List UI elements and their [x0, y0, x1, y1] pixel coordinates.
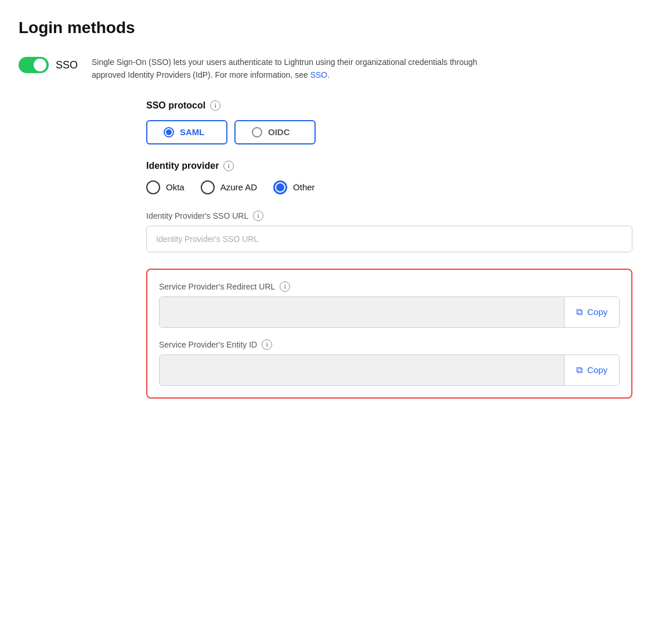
entity-id-field-wrapper: ⧉ Copy: [159, 354, 620, 386]
sso-toggle-label: SSO: [56, 59, 78, 71]
entity-id-copy-label: Copy: [587, 365, 607, 375]
redirect-url-section: Service Provider's Redirect URL i ⧉ Copy: [159, 281, 620, 328]
entity-id-info-icon[interactable]: i: [262, 339, 272, 350]
copy-icon-redirect: ⧉: [576, 307, 583, 317]
redirect-url-copy-label: Copy: [587, 307, 607, 317]
redirect-url-field-wrapper: ⧉ Copy: [159, 296, 620, 328]
protocol-buttons: SAML OIDC: [146, 120, 632, 144]
azure-ad-label: Azure AD: [220, 182, 257, 192]
sso-toggle[interactable]: [19, 57, 49, 73]
sso-protocol-section: SSO protocol i SAML OIDC: [146, 100, 632, 144]
identity-provider-section: Identity provider i Okta Azure AD Other: [146, 161, 632, 194]
identity-provider-info-icon[interactable]: i: [223, 161, 234, 171]
provider-options: Okta Azure AD Other: [146, 180, 632, 194]
protocol-label: SSO protocol i: [146, 100, 632, 111]
redirect-url-value: [160, 297, 564, 327]
redirect-url-info-icon[interactable]: i: [280, 281, 290, 292]
sso-description-text: Single Sign-On (SSO) lets your users aut…: [92, 57, 478, 79]
entity-id-value: [160, 355, 564, 385]
protocol-info-icon[interactable]: i: [210, 100, 220, 111]
sso-link[interactable]: SSO: [310, 70, 328, 79]
service-provider-box: Service Provider's Redirect URL i ⧉ Copy…: [146, 269, 632, 399]
azure-ad-option[interactable]: Azure AD: [201, 180, 257, 194]
other-radio: [273, 180, 287, 194]
okta-option[interactable]: Okta: [146, 180, 185, 194]
identity-provider-label: Identity provider i: [146, 161, 632, 171]
oidc-button[interactable]: OIDC: [234, 120, 316, 144]
other-option[interactable]: Other: [273, 180, 315, 194]
sso-url-section: Identity Provider's SSO URL i: [146, 211, 632, 252]
saml-button[interactable]: SAML: [146, 120, 227, 144]
okta-label: Okta: [166, 182, 185, 192]
saml-label: SAML: [180, 127, 205, 137]
sso-description: Single Sign-On (SSO) lets your users aut…: [92, 56, 486, 82]
page-title: Login methods: [19, 19, 632, 37]
entity-id-section: Service Provider's Entity ID i ⧉ Copy: [159, 339, 620, 386]
entity-id-label: Service Provider's Entity ID i: [159, 339, 620, 350]
redirect-url-copy-button[interactable]: ⧉ Copy: [565, 297, 619, 327]
protocol-label-text: SSO protocol: [146, 100, 205, 111]
redirect-url-label-text: Service Provider's Redirect URL: [159, 282, 275, 291]
oidc-label: OIDC: [268, 127, 290, 137]
identity-provider-label-text: Identity provider: [146, 161, 219, 171]
sso-settings: SSO protocol i SAML OIDC Identity provid…: [146, 100, 632, 399]
copy-icon-entity: ⧉: [576, 365, 583, 375]
entity-id-label-text: Service Provider's Entity ID: [159, 340, 257, 349]
sso-section: SSO Single Sign-On (SSO) lets your users…: [19, 56, 632, 82]
sso-toggle-container: SSO: [19, 56, 78, 73]
sso-url-label: Identity Provider's SSO URL i: [146, 211, 632, 221]
oidc-radio: [252, 127, 262, 138]
other-label: Other: [293, 182, 315, 192]
toggle-knob: [34, 59, 46, 71]
sso-url-input[interactable]: [146, 226, 632, 252]
sso-url-label-text: Identity Provider's SSO URL: [146, 211, 248, 220]
sso-description-suffix: .: [327, 70, 330, 79]
redirect-url-label: Service Provider's Redirect URL i: [159, 281, 620, 292]
azure-ad-radio: [201, 180, 215, 194]
saml-radio: [164, 127, 174, 138]
okta-radio: [146, 180, 160, 194]
sso-url-info-icon[interactable]: i: [253, 211, 263, 221]
entity-id-copy-button[interactable]: ⧉ Copy: [565, 355, 619, 385]
